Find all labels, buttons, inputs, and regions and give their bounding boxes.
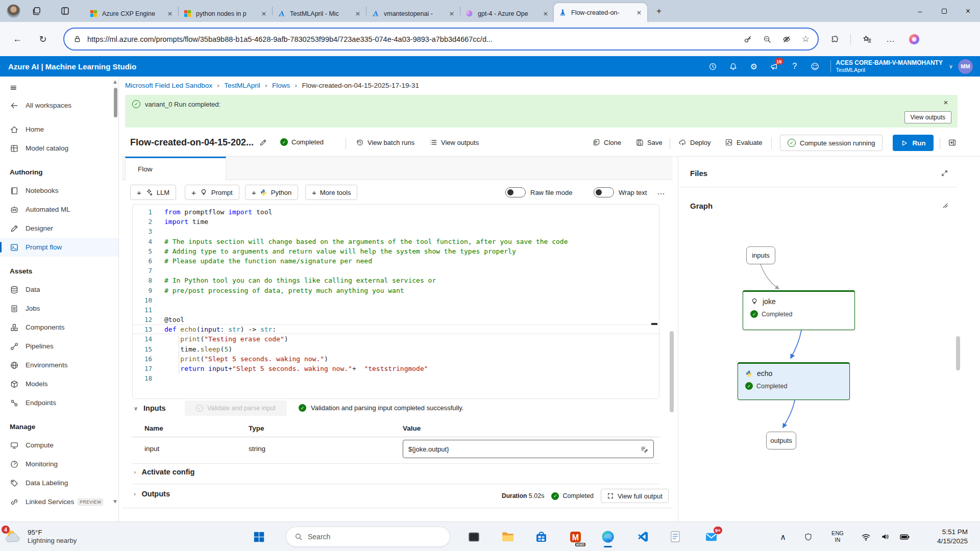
sidebar-item-compute[interactable]: Compute [0, 436, 118, 455]
sidebar-item-model-catalog[interactable]: Model catalog [0, 139, 118, 158]
maximize-button[interactable] [932, 0, 956, 22]
browser-profile-avatar[interactable] [7, 4, 20, 18]
browser-tab-4[interactable]: vmantestopenai -× [366, 5, 460, 22]
account-info[interactable]: ACES CORE-BAMI-V-MANMOHANTY TestMLApril [836, 59, 943, 74]
sidebar-item-pipelines[interactable]: Pipelines [0, 337, 118, 356]
sidebar-item-jobs[interactable]: Jobs [0, 299, 118, 318]
refresh-icon[interactable]: ↻ [34, 30, 52, 48]
user-avatar[interactable]: MM [958, 59, 973, 74]
tab-close-icon[interactable]: × [354, 10, 362, 17]
sidebar-item-notebooks[interactable]: Notebooks [0, 181, 118, 200]
raw-file-mode-toggle[interactable]: Raw file mode [505, 187, 572, 197]
favorite-star-icon[interactable]: ☆ [802, 34, 810, 44]
open-panel-icon[interactable] [948, 138, 957, 147]
code-line-18[interactable]: 18 [133, 373, 659, 383]
password-key-icon[interactable] [744, 35, 752, 43]
code-line-3[interactable]: 3 [133, 227, 659, 236]
code-line-1[interactable]: 1from promptflow import tool [133, 207, 659, 217]
extensions-icon[interactable] [828, 32, 842, 46]
add-python-button[interactable]: +Python [245, 185, 298, 200]
sidebar-item-models[interactable]: Models [0, 374, 118, 393]
evaluate-button[interactable]: Evaluate [725, 138, 763, 146]
code-line-15[interactable]: 15 time.sleep(5) [133, 344, 659, 354]
view-batch-runs-button[interactable]: View batch runs [356, 138, 414, 146]
raw-file-mode-switch[interactable] [505, 187, 526, 197]
code-line-7[interactable]: 7 [133, 266, 659, 276]
sidebar-item-designer[interactable]: Designer [0, 219, 118, 238]
sidebar-item-components[interactable]: Components [0, 318, 118, 337]
run-button[interactable]: Run [893, 135, 934, 151]
browser-settings-icon[interactable]: … [884, 32, 898, 46]
code-line-4[interactable]: 4# The inputs section will change based … [133, 237, 659, 246]
activate-config-header[interactable]: ›Activate config [134, 468, 194, 476]
favorites-icon[interactable] [860, 32, 874, 46]
tab-close-icon[interactable]: × [635, 9, 643, 16]
help-icon[interactable]: ? [785, 56, 805, 77]
browser-tab-3[interactable]: TestMLApril - Mic× [273, 5, 366, 22]
taskbar-notepad[interactable] [664, 525, 687, 548]
account-chevron-icon[interactable]: ∨ [949, 63, 953, 70]
settings-gear-icon[interactable]: ⚙ [744, 56, 764, 77]
tab-close-icon[interactable]: × [260, 10, 268, 17]
sidebar-scroll-up-icon[interactable]: ▲ [113, 79, 117, 84]
tray-security-shield-icon[interactable] [802, 522, 814, 551]
sidebar-item-linked-services[interactable]: Linked ServicesPREVIEW [0, 492, 118, 511]
taskbar-clock[interactable]: 5:51 PM 4/15/2025 [937, 522, 968, 551]
view-outputs-button[interactable]: View outputs [429, 138, 479, 146]
code-line-11[interactable]: 11 [133, 305, 659, 315]
code-editor[interactable]: 1from promptflow import tool2import time… [132, 204, 659, 399]
tracking-prevention-icon[interactable] [782, 35, 791, 43]
view-full-output-button[interactable]: View full output [601, 489, 669, 503]
compute-session-button[interactable]: ✓ Compute session running [780, 135, 883, 151]
sidebar-item-prompt-flow[interactable]: Prompt flow [0, 238, 118, 257]
browser-tab-6[interactable]: Flow-created-on-× [554, 3, 647, 22]
taskbar-microsoft-store[interactable] [530, 525, 552, 548]
wrap-text-toggle[interactable]: Wrap text [594, 187, 647, 197]
wifi-icon[interactable] [860, 522, 872, 551]
battery-icon[interactable] [897, 522, 912, 551]
clone-button[interactable]: Clone [592, 138, 621, 146]
announcements-icon[interactable]: 15 [764, 56, 785, 77]
inputs-section-header[interactable]: ∨Inputs [134, 404, 166, 412]
taskbar-edge[interactable] [597, 525, 619, 548]
sidebar-item-monitoring[interactable]: Monitoring [0, 455, 118, 473]
code-line-10[interactable]: 10 [133, 295, 659, 305]
code-line-9[interactable]: 9# pre/post processing of data, pretty m… [133, 286, 659, 295]
breadcrumb-1[interactable]: Microsoft Field Led Sandbox [125, 82, 212, 89]
tray-chevron-up-icon[interactable]: ∧ [777, 522, 789, 551]
taskbar-mail[interactable]: 9+ [700, 525, 722, 548]
code-line-13[interactable]: 13def echo(input: str) -> str: [133, 324, 659, 334]
taskbar-app-window[interactable] [462, 525, 485, 548]
start-button[interactable] [248, 525, 270, 548]
zoom-out-icon[interactable] [763, 35, 771, 43]
url-text[interactable]: https://ml.azure.com/prompts/flow/35ba9b… [87, 35, 732, 43]
outputs-section-header[interactable]: ›Outputs [134, 490, 170, 498]
volume-icon[interactable] [879, 522, 891, 551]
code-line-12[interactable]: 12@tool [133, 315, 659, 324]
copilot-icon[interactable] [907, 32, 921, 46]
graph-node-inputs[interactable]: inputs [746, 246, 775, 264]
code-line-2[interactable]: 2import time [133, 217, 659, 227]
more-tools-button[interactable]: +More tools [305, 185, 357, 200]
address-bar[interactable]: https://ml.azure.com/prompts/flow/35ba9b… [63, 28, 819, 51]
sidebar-item-data-labeling[interactable]: Data Labeling [0, 473, 118, 492]
taskbar-file-explorer[interactable] [497, 525, 519, 548]
taskbar-vscode[interactable] [632, 525, 654, 548]
sidebar-item-environments[interactable]: Environments [0, 356, 118, 374]
new-tab-button[interactable]: + [651, 4, 667, 19]
taskbar-m365[interactable]: MM365 [564, 525, 586, 548]
language-indicator[interactable]: ENG IN [827, 522, 848, 551]
tab-flow[interactable]: Flow [125, 157, 226, 180]
feedback-smiley-icon[interactable]: ☺ [805, 56, 825, 77]
page-scrollbar[interactable] [956, 336, 960, 370]
validate-and-parse-button[interactable]: ✓ Validate and parse input [185, 400, 287, 416]
hamburger-menu-icon[interactable]: ≡ [0, 79, 118, 96]
taskbar-search[interactable]: Search [286, 527, 450, 547]
code-line-14[interactable]: 14 print("Testing erase code") [133, 334, 659, 344]
content-scrollbar[interactable] [670, 331, 674, 412]
wrap-text-switch[interactable] [594, 187, 614, 197]
graph-node-echo[interactable]: echo✓Completed [738, 362, 850, 400]
close-window-button[interactable]: × [956, 0, 980, 22]
back-icon[interactable]: ← [8, 30, 27, 48]
edit-title-button[interactable] [259, 138, 267, 147]
